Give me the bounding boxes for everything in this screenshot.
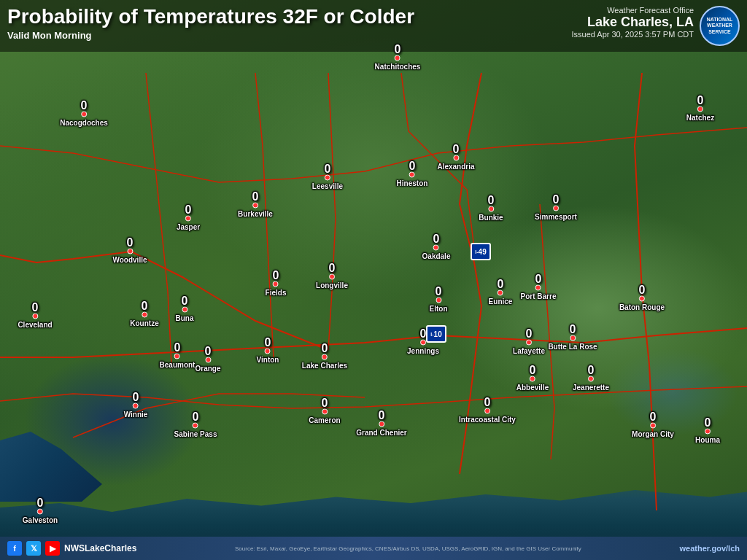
facebook-icon[interactable]: f xyxy=(7,541,22,556)
city-leesville: 0 Leesville xyxy=(312,163,343,190)
city-kountze: 0 Kountze xyxy=(130,300,158,327)
prob-longville: 0 xyxy=(316,262,348,274)
label-natchitoches: Natchitoches xyxy=(375,63,421,71)
dot-grand_chenier xyxy=(379,421,384,427)
dot-hineston xyxy=(409,172,415,178)
prob-natchez: 0 xyxy=(686,95,714,106)
label-fields: Fields xyxy=(266,289,287,297)
label-jasper: Jasper xyxy=(177,223,200,231)
twitter-icon[interactable]: 𝕏 xyxy=(26,541,41,556)
city-jasper: 0 Jasper xyxy=(177,204,200,231)
city-winnie: 0 Winnie xyxy=(124,392,148,419)
dot-burkeville xyxy=(252,203,258,209)
dot-kountze xyxy=(142,312,147,318)
prob-oakdale: 0 xyxy=(422,233,451,245)
dot-intracoastal_city xyxy=(484,408,490,414)
city-beaumont: 0 Beaumont xyxy=(160,342,196,369)
prob-cameron: 0 xyxy=(309,397,340,409)
dot-orange xyxy=(205,357,211,363)
dot-bunkie xyxy=(488,206,494,212)
city-baton_rouge: 0 Baton Rouge xyxy=(619,284,665,311)
dot-simmesport xyxy=(553,206,559,211)
dot-buna xyxy=(182,307,187,313)
nws-office-name: Lake Charles, LA xyxy=(571,15,694,30)
label-orange: Orange xyxy=(195,365,220,373)
dot-woodville xyxy=(127,249,133,254)
label-nacogdoches: Nacogdoches xyxy=(60,119,108,127)
dot-vinton xyxy=(265,349,271,354)
dot-winnie xyxy=(133,403,139,409)
prob-kountze: 0 xyxy=(130,300,158,312)
prob-natchitoches: 0 xyxy=(375,44,421,55)
social-icons: f 𝕏 ▶ NWSLakeCharles xyxy=(7,541,136,556)
label-oakdale: Oakdale xyxy=(422,252,451,260)
dot-oakdale xyxy=(433,245,439,251)
prob-sabine_pass: 0 xyxy=(174,411,217,423)
label-jeanerette: Jeanerette xyxy=(573,384,609,392)
dot-jennings xyxy=(420,340,426,346)
city-abbeville: 0 Abbeville xyxy=(516,365,549,392)
city-burkeville: 0 Burkeville xyxy=(238,191,273,218)
prob-hineston: 0 xyxy=(397,160,428,172)
prob-elton: 0 xyxy=(430,286,448,298)
nws-logo: NATIONALWEATHERSERVICE xyxy=(700,6,740,46)
prob-jeanerette: 0 xyxy=(573,365,609,376)
city-intracoastal_city: 0 Intracoastal City xyxy=(459,397,516,424)
city-sabine_pass: 0 Sabine Pass xyxy=(174,411,217,438)
city-nacogdoches: 0 Nacogdoches xyxy=(60,100,108,127)
prob-burkeville: 0 xyxy=(238,191,273,203)
prob-vinton: 0 xyxy=(257,337,279,349)
dot-alexandria xyxy=(453,155,459,161)
dot-jeanerette xyxy=(588,376,594,382)
youtube-icon[interactable]: ▶ xyxy=(45,541,60,556)
label-natchez: Natchez xyxy=(686,114,714,122)
city-port_barre: 0 Port Barre xyxy=(521,273,557,300)
prob-alexandria: 0 xyxy=(437,144,474,155)
city-jeanerette: 0 Jeanerette xyxy=(573,365,609,392)
label-butte_la_rose: Butte La Rose xyxy=(548,343,597,351)
prob-nacogdoches: 0 xyxy=(60,100,108,112)
city-eunice: 0 Eunice xyxy=(489,279,513,306)
city-lafayette: 0 Lafayette xyxy=(513,328,545,355)
city-natchitoches: 0 Natchitoches xyxy=(375,44,421,71)
label-grand_chenier: Grand Chenier xyxy=(356,429,406,437)
label-intracoastal_city: Intracoastal City xyxy=(459,416,516,424)
label-cleveland: Cleveland xyxy=(18,321,52,329)
label-eunice: Eunice xyxy=(489,298,513,306)
nws-info: Weather Forecast Office Lake Charles, LA… xyxy=(571,6,694,39)
city-lake_charles: 0 Lake Charles xyxy=(302,343,347,370)
dot-abbeville xyxy=(530,376,535,382)
dot-port_barre xyxy=(535,285,541,291)
dot-eunice xyxy=(498,290,503,296)
prob-woodville: 0 xyxy=(112,237,147,249)
prob-eunice: 0 xyxy=(489,279,513,290)
map-background xyxy=(0,0,747,560)
label-lake_charles: Lake Charles xyxy=(302,362,347,370)
prob-lake_charles: 0 xyxy=(302,343,347,354)
city-simmesport: 0 Simmesport xyxy=(535,194,577,221)
prob-bunkie: 0 xyxy=(479,195,503,206)
label-hineston: Hineston xyxy=(397,179,428,187)
prob-butte_la_rose: 0 xyxy=(548,324,597,335)
city-galveston: 0 Galveston xyxy=(23,497,58,524)
title-area: Probability of Temperatures 32F or Colde… xyxy=(7,6,571,41)
prob-grand_chenier: 0 xyxy=(356,410,406,421)
prob-beaumont: 0 xyxy=(160,342,196,354)
city-grand_chenier: 0 Grand Chenier xyxy=(356,410,406,437)
prob-winnie: 0 xyxy=(124,392,148,403)
dot-nacogdoches xyxy=(81,112,87,117)
city-woodville: 0 Woodville xyxy=(112,237,147,264)
label-elton: Elton xyxy=(430,305,448,313)
label-lafayette: Lafayette xyxy=(513,347,545,355)
city-bunkie: 0 Bunkie xyxy=(479,195,503,222)
website-link[interactable]: weather.gov/lch xyxy=(679,544,740,553)
issued-line: Issued Apr 30, 2025 3:57 PM CDT xyxy=(571,30,694,39)
dot-jasper xyxy=(185,216,191,222)
label-bunkie: Bunkie xyxy=(479,214,503,222)
label-abbeville: Abbeville xyxy=(516,384,549,392)
city-longville: 0 Longville xyxy=(316,262,348,289)
city-oakdale: 0 Oakdale xyxy=(422,233,451,260)
label-kountze: Kountze xyxy=(130,319,158,327)
label-sabine_pass: Sabine Pass xyxy=(174,430,217,438)
city-orange: 0 Orange xyxy=(195,346,220,373)
